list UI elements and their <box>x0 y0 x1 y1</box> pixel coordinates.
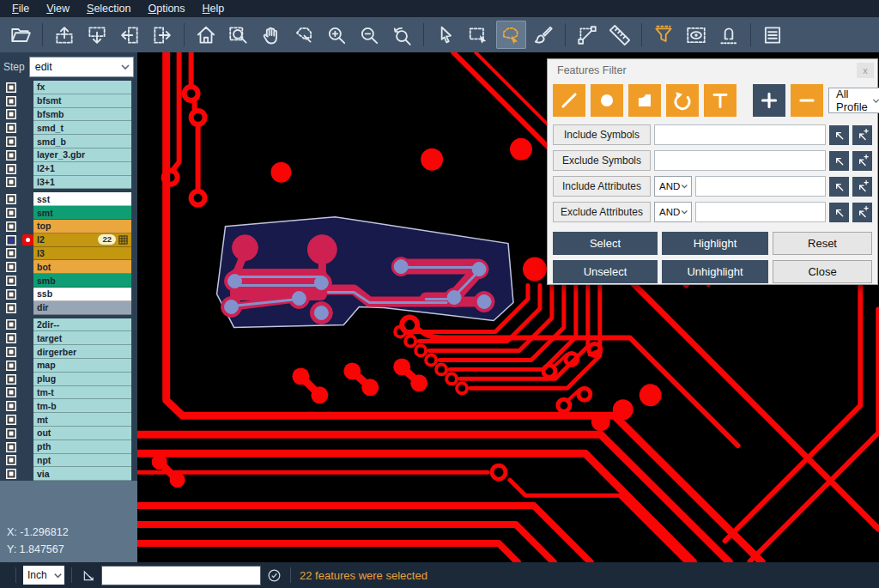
layer-checkbox[interactable] <box>6 208 16 218</box>
menu-item-help[interactable]: Help <box>194 1 233 16</box>
dialog-title-bar[interactable]: Features Filter x <box>548 59 877 82</box>
snap-angle-icon[interactable] <box>79 566 98 585</box>
include-attributes-add-pick-button[interactable] <box>852 177 872 197</box>
snap-magnet-button[interactable] <box>714 21 744 49</box>
include-symbols-add-pick-button[interactable] <box>852 125 872 145</box>
layer-checkbox[interactable] <box>6 235 16 246</box>
layer-name-target[interactable]: target <box>33 331 131 345</box>
active-layer-dot[interactable] <box>22 234 33 246</box>
measure-ruler-button[interactable] <box>605 21 635 49</box>
highlight-brush-button[interactable] <box>529 21 559 49</box>
exclude-symbols-add-pick-button[interactable] <box>852 151 872 171</box>
filter-add-button[interactable] <box>753 84 785 117</box>
layer-name-tm-t[interactable]: tm-t <box>33 386 131 400</box>
include-attributes-pick-button[interactable] <box>829 177 849 197</box>
layer-checkbox[interactable] <box>6 319 16 330</box>
filter-remove-button[interactable] <box>791 84 823 117</box>
include-symbols-input[interactable] <box>654 124 826 145</box>
layer-checkbox[interactable] <box>6 289 16 300</box>
pan-down-button[interactable] <box>82 21 112 49</box>
layer-name-map[interactable]: map <box>33 359 131 373</box>
layer-checkbox[interactable] <box>6 442 16 452</box>
unit-select[interactable]: Inch <box>23 566 64 585</box>
layer-checkbox[interactable] <box>6 333 16 343</box>
menu-item-selection[interactable]: Selection <box>78 1 139 16</box>
layer-name-l3+1[interactable]: l3+1 <box>33 176 131 190</box>
layer-name-plug[interactable]: plug <box>33 373 131 386</box>
layer-name-dir[interactable]: dir <box>33 301 131 315</box>
layer-name-dirgerber[interactable]: dirgerber <box>33 345 131 359</box>
layer-checkbox[interactable] <box>6 428 16 439</box>
exclude-symbols-pick-button[interactable] <box>829 151 849 171</box>
layer-checkbox[interactable] <box>6 164 16 174</box>
layer-checkbox[interactable] <box>6 109 16 119</box>
layer-checkbox[interactable] <box>6 248 16 258</box>
layer-name-pth[interactable]: pth <box>33 440 131 454</box>
layer-name-sst[interactable]: sst <box>33 192 131 206</box>
zoom-home-button[interactable] <box>191 21 221 49</box>
measure-line-button[interactable] <box>573 21 603 49</box>
layer-checkbox[interactable] <box>6 347 16 357</box>
layer-name-smd_b[interactable]: smd_b <box>33 135 131 149</box>
filter-arcs-button[interactable] <box>666 84 699 117</box>
profile-select[interactable]: All Profile <box>828 88 879 113</box>
menu-item-file[interactable]: File <box>3 1 38 16</box>
layer-name-l2[interactable]: l222 <box>33 233 131 247</box>
zoom-previous-button[interactable] <box>387 21 417 49</box>
layers-panel-button[interactable] <box>758 21 788 49</box>
layer-checkbox[interactable] <box>6 276 16 286</box>
layer-name-bot[interactable]: bot <box>33 260 131 274</box>
dialog-close-button[interactable]: x <box>857 63 874 78</box>
select-pointer-button[interactable] <box>431 21 461 49</box>
layer-checkbox[interactable] <box>6 415 16 425</box>
layer-name-out[interactable]: out <box>33 427 131 440</box>
layer-name-2dir--[interactable]: 2dir-- <box>33 318 131 332</box>
layer-name-l3[interactable]: l3 <box>33 247 131 261</box>
exclude-attributes-pick-button[interactable] <box>829 203 849 222</box>
layer-checkbox[interactable] <box>6 150 16 161</box>
layer-name-smt[interactable]: smt <box>33 206 131 220</box>
include-attributes-input[interactable] <box>695 176 826 197</box>
zoom-out-button[interactable] <box>355 21 385 49</box>
layer-checkbox[interactable] <box>6 194 16 204</box>
exclude-attributes-add-pick-button[interactable] <box>852 203 872 222</box>
filter-text-button[interactable] <box>704 84 737 117</box>
menu-item-options[interactable]: Options <box>139 1 193 16</box>
features-filter-button[interactable] <box>649 21 679 49</box>
layer-name-smd_t[interactable]: smd_t <box>33 121 131 135</box>
filter-lines-button[interactable] <box>553 84 585 117</box>
include-attributes-button[interactable]: Include Attributes <box>553 176 651 197</box>
close-button[interactable]: Close <box>773 260 872 283</box>
menu-item-view[interactable]: View <box>38 1 78 16</box>
layer-checkbox[interactable] <box>6 401 16 411</box>
layer-checkbox[interactable] <box>6 374 16 385</box>
open-file-button[interactable] <box>6 21 36 49</box>
exclude-attributes-button[interactable]: Exclude Attributes <box>553 202 651 222</box>
zoom-in-button[interactable] <box>322 21 352 49</box>
layer-name-smb[interactable]: smb <box>33 274 131 288</box>
layer-checkbox[interactable] <box>6 82 16 93</box>
layer-name-fx[interactable]: fx <box>33 81 131 94</box>
layer-checkbox[interactable] <box>6 361 16 371</box>
layer-name-tm-b[interactable]: tm-b <box>33 399 131 413</box>
layer-name-mt[interactable]: mt <box>33 413 131 427</box>
layer-checkbox[interactable] <box>6 262 16 272</box>
layer-name-ssb[interactable]: ssb <box>33 288 131 301</box>
layer-name-bfsmb[interactable]: bfsmb <box>33 108 131 122</box>
layer-name-layer_3.gbr[interactable]: layer_3.gbr <box>33 149 131 162</box>
unselect-button[interactable]: Unselect <box>553 260 658 283</box>
view-options-button[interactable] <box>682 21 712 49</box>
pan-hand-button[interactable] <box>257 21 287 49</box>
layer-checkbox[interactable] <box>6 455 16 465</box>
layer-checkbox[interactable] <box>6 136 16 147</box>
exclude-symbols-button[interactable]: Exclude Symbols <box>553 150 651 171</box>
highlight-button[interactable]: Highlight <box>662 232 768 255</box>
filter-surfaces-button[interactable] <box>628 84 661 117</box>
layer-checkbox[interactable] <box>6 221 16 232</box>
select-rectangle-button[interactable] <box>464 21 494 49</box>
layer-checkbox[interactable] <box>6 177 16 187</box>
reset-button[interactable]: Reset <box>773 232 872 255</box>
pan-up-button[interactable] <box>50 21 80 49</box>
command-input[interactable] <box>101 566 261 585</box>
zoom-window-button[interactable] <box>224 21 254 49</box>
